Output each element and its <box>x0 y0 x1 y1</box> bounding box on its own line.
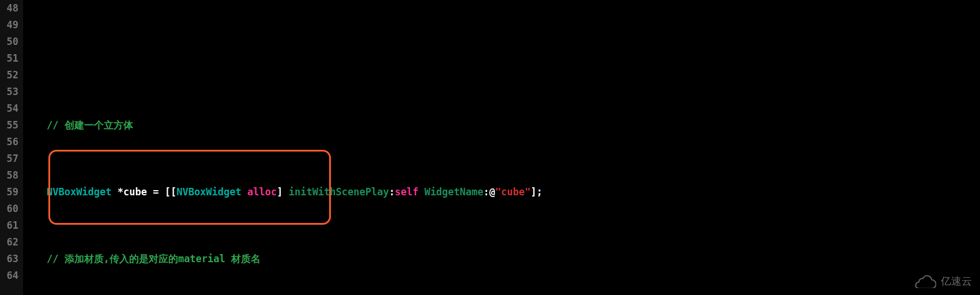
keyword-self: self <box>395 186 419 198</box>
code-line[interactable]: // 添加材质,传入的是对应的material 材质名 <box>23 251 980 267</box>
line-number: 59 <box>0 184 18 201</box>
line-number-gutter: 48 49 50 51 52 53 54 55 56 57 58 59 60 6… <box>0 0 23 295</box>
type: NVBoxWidget <box>176 186 242 198</box>
comment: // 添加材质,传入的是对应的material 材质名 <box>47 253 261 264</box>
line-number: 50 <box>0 33 18 50</box>
type: NVBoxWidget <box>47 186 112 198</box>
keyword-alloc: alloc <box>247 186 277 198</box>
line-number: 55 <box>0 117 18 134</box>
line-number: 53 <box>0 84 18 100</box>
line-number: 58 <box>0 167 18 184</box>
method: WidgetName <box>424 186 483 198</box>
code-line[interactable] <box>23 50 980 67</box>
line-number: 56 <box>0 134 18 150</box>
code-editor[interactable]: 48 49 50 51 52 53 54 55 56 57 58 59 60 6… <box>0 0 980 295</box>
line-number: 63 <box>0 251 18 267</box>
code-area[interactable]: // 创建一个立方体 NVBoxWidget *cube = [[NVBoxWi… <box>23 0 980 295</box>
line-number: 49 <box>0 17 18 33</box>
line-number: 62 <box>0 234 18 251</box>
line-number: 51 <box>0 50 18 67</box>
string: "cube" <box>495 186 530 198</box>
line-number: 61 <box>0 217 18 234</box>
method: initWithScenePlay <box>289 186 389 198</box>
line-number: 57 <box>0 150 18 167</box>
code-line[interactable]: // 创建一个立方体 <box>23 117 980 134</box>
watermark-text: 亿速云 <box>941 273 972 289</box>
line-number: 60 <box>0 201 18 217</box>
line-number: 64 <box>0 267 18 284</box>
line-number: 52 <box>0 67 18 84</box>
cloud-icon <box>914 274 936 288</box>
comment: // 创建一个立方体 <box>47 119 133 131</box>
code-line[interactable]: NVBoxWidget *cube = [[NVBoxWidget alloc]… <box>23 184 980 201</box>
watermark: 亿速云 <box>914 273 972 289</box>
line-number: 54 <box>0 100 18 117</box>
line-number: 48 <box>0 0 18 17</box>
